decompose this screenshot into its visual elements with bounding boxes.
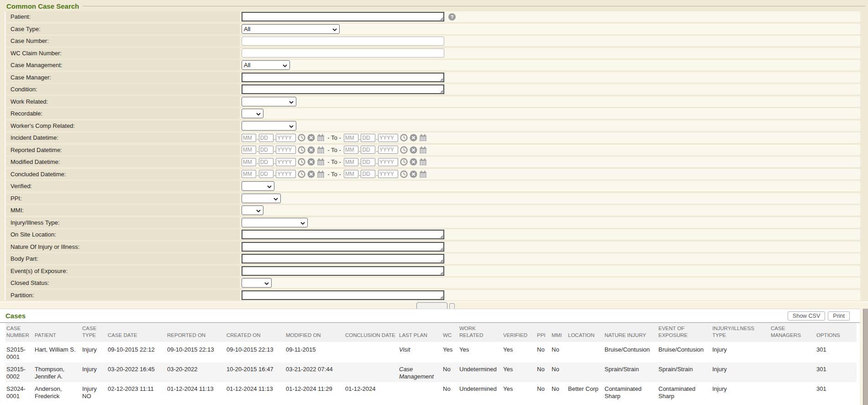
day-input[interactable] [361,170,375,178]
month-input[interactable] [344,170,358,178]
cell-options: 301 [815,382,857,402]
date-group: -- [242,134,325,142]
cell-reported-on: 03-20-2022 [166,363,226,382]
field-label-case-type: Case Type: [6,24,239,34]
help-icon[interactable]: ? [448,13,456,21]
calendar-icon[interactable] [317,170,325,178]
date-dash: - [257,148,258,153]
calendar-icon[interactable] [317,158,325,166]
field-label-body-part: Body Part: [6,253,239,264]
recordable-select[interactable] [242,109,263,118]
case-type-select[interactable]: All [242,24,340,34]
show-csv-button[interactable]: Show CSV [788,311,825,321]
time-icon[interactable] [400,146,408,154]
clear-date-icon[interactable] [307,170,315,178]
cell-case-number: S2015-0002 [5,363,34,382]
day-input[interactable] [361,146,375,154]
year-input[interactable] [276,170,296,178]
time-icon[interactable] [400,134,408,142]
field-value-verified [241,181,860,191]
year-input[interactable] [378,158,398,166]
injury-illness-type-select[interactable] [242,218,308,227]
cell-injury-illness-type: Injury [711,363,770,382]
cell-case-number: S2015-0001 [5,342,34,363]
workers-comp-related-select[interactable] [242,121,296,131]
day-input[interactable] [259,146,274,154]
on-site-location-input[interactable] [242,230,444,239]
day-input[interactable] [259,158,274,166]
time-icon[interactable] [400,158,408,166]
calendar-icon[interactable] [419,158,427,166]
cell-reported-on: 01-12-2024 11:13 [166,382,226,402]
condition-input[interactable] [242,84,444,94]
time-icon[interactable] [400,170,408,178]
field-value-recordable [241,108,860,119]
cell-nature-injury: Bruise/Contusion [604,342,658,363]
time-icon[interactable] [298,134,305,142]
date-range-separator: - To - [327,134,341,141]
vertical-scrollbar[interactable] [863,309,868,405]
case-manager-input[interactable] [242,73,444,82]
time-icon[interactable] [298,146,305,154]
ppi-select[interactable] [242,194,281,203]
month-input[interactable] [242,134,256,142]
closed-status-select[interactable] [242,278,272,288]
case-number-input[interactable] [242,37,444,46]
calendar-icon[interactable] [419,134,427,142]
print-button[interactable]: Print [828,311,850,321]
mmi-select[interactable] [242,205,263,215]
time-icon[interactable] [298,170,305,178]
clear-date-icon[interactable] [410,134,417,142]
day-input[interactable] [259,134,274,142]
partition-input[interactable] [242,290,444,300]
chevron-down-icon [289,98,294,105]
clear-date-icon[interactable] [307,146,315,154]
year-input[interactable] [276,134,296,142]
day-input[interactable] [259,170,274,178]
cell-event-of-exposure: Bruise/Contusion [658,342,711,363]
time-icon[interactable] [298,158,305,166]
clear-date-icon[interactable] [307,134,315,142]
wc-claim-number-input[interactable] [242,48,444,58]
calendar-icon[interactable] [317,134,325,142]
cell-ppi: No [536,382,551,402]
clear-date-icon[interactable] [410,170,417,178]
year-input[interactable] [378,146,398,154]
patient-input[interactable] [242,12,444,21]
field-label-verified: Verified: [6,181,239,191]
body-part-input[interactable] [242,254,444,263]
nature-of-injury-or-illness-input[interactable] [242,242,444,252]
resize-grip-icon [440,17,443,20]
field-label-patient: Patient: [6,11,239,22]
day-input[interactable] [361,134,375,142]
calendar-icon[interactable] [419,170,427,178]
year-input[interactable] [378,134,398,142]
year-input[interactable] [276,158,296,166]
calendar-icon[interactable] [419,146,427,154]
field-label-wc-claim-number: WC Claim Number: [6,48,239,58]
month-input[interactable] [242,146,256,154]
clear-date-icon[interactable] [410,146,417,154]
column-header-reported-on: REPORTED ON [166,323,226,342]
column-header-case-date: CASE DATE [107,323,166,342]
month-input[interactable] [242,158,256,166]
events-of-exposure-input[interactable] [242,266,444,276]
case-management-select[interactable]: All [242,60,290,70]
clear-date-icon[interactable] [307,158,315,166]
month-input[interactable] [344,146,358,154]
verified-select[interactable] [242,181,274,191]
work-related-select[interactable] [242,97,296,106]
calendar-icon[interactable] [317,146,325,154]
date-dash: - [376,136,378,142]
month-input[interactable] [344,158,358,166]
clear-date-icon[interactable] [410,158,417,166]
column-header-options: OPTIONS [815,323,857,342]
case-management-selected-value: All [244,62,250,68]
cell-work-related: Yes [458,342,502,363]
year-input[interactable] [276,146,296,154]
month-input[interactable] [242,170,256,178]
month-input[interactable] [344,134,358,142]
cell-nature-injury: Contaminated Sharp [604,382,658,402]
day-input[interactable] [361,158,375,166]
year-input[interactable] [378,170,398,178]
